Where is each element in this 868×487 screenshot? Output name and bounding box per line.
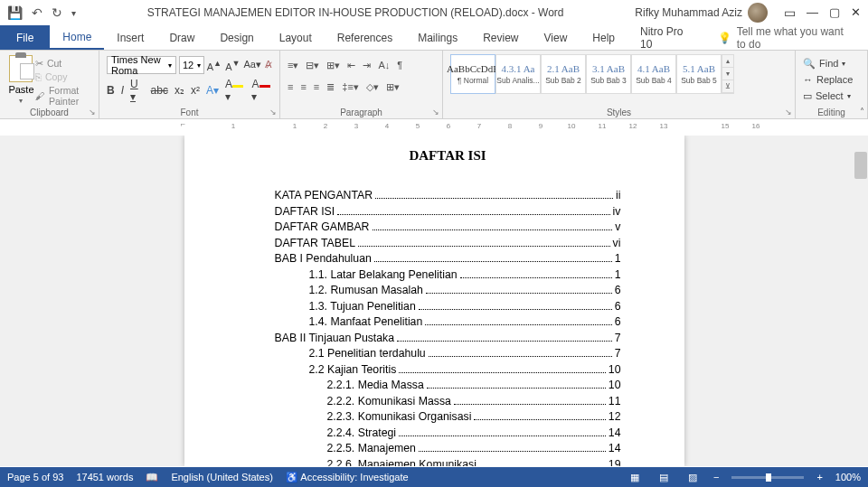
save-icon[interactable]: 💾 xyxy=(7,5,23,20)
font-size-select[interactable]: 12▾ xyxy=(179,56,204,74)
tell-me[interactable]: 💡Tell me what you want to do xyxy=(705,25,868,50)
font-dialog-icon[interactable]: ↘ xyxy=(269,108,277,117)
align-center-icon[interactable]: ≡ xyxy=(300,81,306,92)
font-color-button[interactable]: A▾ xyxy=(251,78,272,103)
styles-gallery[interactable]: AaBbCcDdE¶ Normal4.3.1 AaSub Analis...2.… xyxy=(450,54,788,94)
bold-button[interactable]: B xyxy=(107,84,115,97)
dec-indent-icon[interactable]: ⇤ xyxy=(347,60,355,71)
language-status[interactable]: English (United States) xyxy=(171,472,273,482)
clipboard-label: Clipboard xyxy=(0,108,99,117)
tab-design[interactable]: Design xyxy=(207,25,266,50)
zoom-slider[interactable] xyxy=(731,476,804,479)
page-status[interactable]: Page 5 of 93 xyxy=(7,472,63,482)
redo-icon[interactable]: ↻ xyxy=(52,5,62,20)
document-area[interactable]: DAFTAR ISI KATA PENGANTARiiDAFTAR ISIivD… xyxy=(0,136,868,466)
tab-layout[interactable]: Layout xyxy=(267,25,325,50)
borders-icon[interactable]: ⊞▾ xyxy=(386,81,400,93)
ribbon-options-icon[interactable]: ▭ xyxy=(784,5,796,20)
sort-icon[interactable]: A↓ xyxy=(378,60,390,70)
vertical-scrollbar[interactable] xyxy=(854,136,868,466)
find-button[interactable]: 🔍 Find ▾ xyxy=(803,56,860,70)
ruler[interactable]: ⌐ 1123456789101112131516 xyxy=(0,119,868,136)
zoom-level[interactable]: 100% xyxy=(835,472,861,482)
avatar[interactable] xyxy=(748,3,768,23)
align-left-icon[interactable]: ≡ xyxy=(288,81,293,92)
read-mode-icon[interactable]: ▦ xyxy=(627,471,643,483)
format-painter-button[interactable]: 🖌 Format Painter xyxy=(35,85,91,107)
shading-icon[interactable]: ◇▾ xyxy=(366,81,379,93)
paste-icon xyxy=(9,55,33,82)
style-sub-bab-5[interactable]: 5.1 AaBSub Bab 5 xyxy=(676,54,722,94)
underline-button[interactable]: U ▾ xyxy=(130,78,145,103)
multilevel-icon[interactable]: ⊞▾ xyxy=(326,60,340,71)
minimize-icon[interactable]: — xyxy=(807,5,818,20)
font-label: Font xyxy=(99,108,279,117)
italic-button[interactable]: I xyxy=(121,84,124,97)
change-case-icon[interactable]: Aa▾ xyxy=(244,59,261,72)
accessibility-status[interactable]: ♿ Accessibility: Investigate xyxy=(286,472,409,483)
paste-button[interactable]: Paste ▾ xyxy=(7,54,35,105)
word-count[interactable]: 17451 words xyxy=(76,472,133,482)
zoom-in-icon[interactable]: + xyxy=(816,472,822,482)
highlight-button[interactable]: A▾ xyxy=(225,78,246,103)
toc-entry: 1.4. Manfaat Penelitian6 xyxy=(275,315,621,328)
toc-entry: DAFTAR ISIiv xyxy=(275,205,621,218)
clipboard-dialog-icon[interactable]: ↘ xyxy=(89,108,96,117)
align-right-icon[interactable]: ≡ xyxy=(314,81,319,92)
tab-insert[interactable]: Insert xyxy=(104,25,156,50)
clear-format-icon[interactable]: A̷ xyxy=(265,59,272,72)
tab-file[interactable]: File xyxy=(0,25,50,50)
styles-scroll[interactable]: ▴▾⊻ xyxy=(722,54,734,94)
toc-entry: 2.2 Kajian Teoritis10 xyxy=(275,363,621,376)
tab-view[interactable]: View xyxy=(532,25,580,50)
toc-entry: DAFTAR GAMBARv xyxy=(275,220,621,233)
tab-nitro[interactable]: Nitro Pro 10 xyxy=(627,25,705,50)
tab-review[interactable]: Review xyxy=(470,25,531,50)
undo-icon[interactable]: ↶ xyxy=(32,5,42,20)
inc-indent-icon[interactable]: ⇥ xyxy=(363,60,371,71)
toc-entry: 1.3. Tujuan Penelitian6 xyxy=(275,300,621,313)
cut-button[interactable]: ✂ Cut xyxy=(35,58,91,69)
style-sub-bab-3[interactable]: 3.1 AaBSub Bab 3 xyxy=(586,54,631,94)
shrink-font-icon[interactable]: A▼ xyxy=(225,59,240,72)
strike-button[interactable]: abc xyxy=(151,84,168,97)
ribbon-tabs: File Home Insert Draw Design Layout Refe… xyxy=(0,25,868,51)
line-spacing-icon[interactable]: ‡≡▾ xyxy=(342,81,359,93)
collapse-ribbon-icon[interactable]: ˄ xyxy=(860,107,864,117)
select-button[interactable]: ▭ Select ▾ xyxy=(803,89,860,103)
toc-entry: 2.2.5. Manajemen14 xyxy=(275,442,621,454)
justify-icon[interactable]: ≣ xyxy=(326,81,335,93)
text-effects-icon[interactable]: A▾ xyxy=(206,84,219,97)
bullets-icon[interactable]: ≡▾ xyxy=(288,60,298,71)
toc-entry: KATA PENGANTARii xyxy=(275,189,621,201)
maximize-icon[interactable]: ▢ xyxy=(829,5,840,20)
replace-button[interactable]: ↔ Replace xyxy=(803,72,860,87)
font-name-select[interactable]: Times New Roma▾ xyxy=(107,56,176,74)
zoom-out-icon[interactable]: − xyxy=(713,472,719,482)
spellcheck-icon[interactable]: 📖 xyxy=(146,472,158,483)
subscript-button[interactable]: x₂ xyxy=(175,84,184,97)
style-sub-analis-[interactable]: 4.3.1 AaSub Analis... xyxy=(495,54,541,94)
tab-draw[interactable]: Draw xyxy=(156,25,207,50)
numbering-icon[interactable]: ⊟▾ xyxy=(306,60,319,71)
styles-dialog-icon[interactable]: ↘ xyxy=(785,108,792,117)
grow-font-icon[interactable]: A▲ xyxy=(207,59,222,72)
titlebar: 💾 ↶ ↻ ▾ STRATEGI MANAJEMEN EDITOR IN-HOU… xyxy=(0,0,868,25)
toc-entry: BAB II Tinjauan Pustaka7 xyxy=(275,332,621,344)
show-marks-icon[interactable]: ¶ xyxy=(397,60,402,70)
superscript-button[interactable]: x² xyxy=(191,84,200,97)
style-sub-bab-4[interactable]: 4.1 AaBSub Bab 4 xyxy=(631,54,676,94)
tab-references[interactable]: References xyxy=(325,25,405,50)
style--normal[interactable]: AaBbCcDdE¶ Normal xyxy=(450,54,495,94)
window-title: STRATEGI MANAJEMEN EDITOR IN-HOUSE PRODU… xyxy=(76,6,635,19)
tab-home[interactable]: Home xyxy=(50,25,104,50)
web-layout-icon[interactable]: ▨ xyxy=(684,471,701,483)
tab-help[interactable]: Help xyxy=(580,25,627,50)
copy-button[interactable]: ⎘ Copy xyxy=(35,71,91,82)
print-layout-icon[interactable]: ▤ xyxy=(656,471,672,483)
user-name[interactable]: Rifky Muhammad Aziz xyxy=(635,6,742,19)
tab-mailings[interactable]: Mailings xyxy=(405,25,470,50)
style-sub-bab-2[interactable]: 2.1 AaBSub Bab 2 xyxy=(541,54,586,94)
paragraph-dialog-icon[interactable]: ↘ xyxy=(432,108,439,117)
close-icon[interactable]: ✕ xyxy=(851,5,861,20)
